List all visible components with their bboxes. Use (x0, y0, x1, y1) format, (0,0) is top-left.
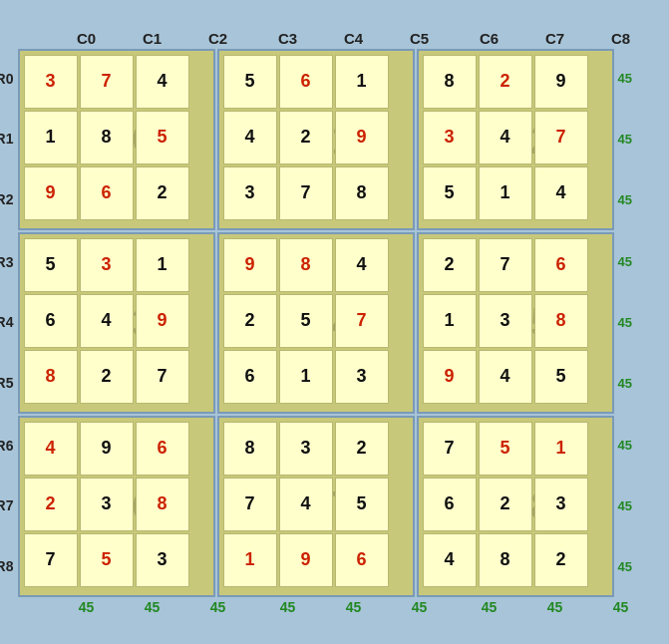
cell-Q4-4[interactable]: 5 (279, 294, 333, 348)
cell-Q6-1[interactable]: 9 (80, 422, 134, 476)
cell-Q0-7[interactable]: 6 (80, 166, 134, 220)
cell-Q5-7[interactable]: 4 (479, 350, 532, 404)
cell-Q7-0[interactable]: 8 (223, 422, 277, 476)
cell-Q4-3[interactable]: 2 (223, 294, 277, 348)
cell-Q2-0[interactable]: 8 (423, 55, 477, 109)
cell-Q3-2[interactable]: 1 (136, 238, 189, 292)
cell-Q5-5[interactable]: 8 (534, 294, 588, 348)
cell-Q2-5[interactable]: 7 (534, 111, 588, 164)
col-footer-6: 45 (463, 599, 516, 615)
cell-Q1-0[interactable]: 5 (223, 55, 277, 109)
cell-Q3-5[interactable]: 9 (136, 294, 189, 348)
col-header-C0: C0 (60, 30, 114, 47)
cell-Q5-1[interactable]: 7 (479, 238, 532, 292)
cell-Q0-2[interactable]: 4 (136, 55, 189, 109)
quadrant-Q4: Q4 984257613 (217, 232, 415, 414)
row-label-R5: R5 (0, 356, 18, 410)
cell-Q8-5[interactable]: 3 (534, 478, 588, 531)
cell-Q7-2[interactable]: 2 (335, 422, 389, 476)
cell-Q8-6[interactable]: 4 (423, 533, 477, 587)
col-footer-8: 45 (594, 599, 648, 615)
cell-Q3-6[interactable]: 8 (24, 350, 78, 404)
cell-Q2-7[interactable]: 1 (479, 166, 532, 220)
cell-Q1-1[interactable]: 6 (279, 55, 333, 109)
cell-Q4-6[interactable]: 6 (223, 350, 277, 404)
cell-Q0-1[interactable]: 7 (80, 55, 134, 109)
cell-Q8-8[interactable]: 2 (534, 533, 588, 587)
cell-Q1-3[interactable]: 4 (223, 111, 277, 164)
cell-Q3-0[interactable]: 5 (24, 238, 78, 292)
cell-Q3-7[interactable]: 2 (80, 350, 134, 404)
col-header-C2: C2 (191, 30, 245, 47)
cell-Q7-7[interactable]: 9 (279, 533, 333, 587)
cell-Q2-4[interactable]: 4 (479, 111, 532, 164)
cell-Q1-5[interactable]: 9 (335, 111, 389, 164)
col-footer-1: 45 (126, 599, 179, 615)
row-label-R7: R7 (0, 479, 18, 532)
cell-Q0-4[interactable]: 8 (80, 111, 134, 164)
cell-Q4-2[interactable]: 4 (335, 238, 389, 292)
quadrant-group-2: Q6 496238753 Q7 832745196 Q8 751623482 (18, 416, 614, 597)
cell-Q4-1[interactable]: 8 (279, 238, 333, 292)
cell-Q7-5[interactable]: 5 (335, 478, 389, 531)
cell-Q2-3[interactable]: 3 (423, 111, 477, 164)
cell-Q4-7[interactable]: 1 (279, 350, 333, 404)
cell-Q6-2[interactable]: 6 (136, 422, 189, 476)
cell-Q0-3[interactable]: 1 (24, 111, 78, 164)
cell-Q4-5[interactable]: 7 (335, 294, 389, 348)
col-footer-group-2: 454545 (457, 599, 654, 615)
cell-Q1-6[interactable]: 3 (223, 166, 277, 220)
cell-Q6-8[interactable]: 3 (136, 533, 189, 587)
cell-Q0-6[interactable]: 9 (24, 166, 78, 220)
cell-Q6-0[interactable]: 4 (24, 422, 78, 476)
cell-Q7-1[interactable]: 3 (279, 422, 333, 476)
cell-Q8-1[interactable]: 5 (479, 422, 532, 476)
cell-Q1-8[interactable]: 8 (335, 166, 389, 220)
col-header-C5: C5 (393, 30, 447, 47)
row-label-R0: R0 (0, 52, 18, 106)
cell-Q2-6[interactable]: 5 (423, 166, 477, 220)
cell-Q2-8[interactable]: 4 (534, 166, 588, 220)
cell-Q6-7[interactable]: 5 (80, 533, 134, 587)
cell-Q5-3[interactable]: 1 (423, 294, 477, 348)
quadrant-group-0: Q0 374185962 Q1 561429378 Q2 829347514 (18, 49, 614, 230)
col-header-C3: C3 (261, 30, 315, 47)
cell-Q8-3[interactable]: 6 (423, 478, 477, 531)
cell-Q6-6[interactable]: 7 (24, 533, 78, 587)
cell-Q7-4[interactable]: 4 (279, 478, 333, 531)
grid-body: R0R1R2 Q0 374185962 Q1 561429378 Q2 8293… (0, 49, 669, 597)
cell-Q3-4[interactable]: 4 (80, 294, 134, 348)
row-sums-band-1: 454545 (616, 232, 646, 414)
cell-Q3-1[interactable]: 3 (80, 238, 134, 292)
cell-Q4-8[interactable]: 3 (335, 350, 389, 404)
cell-Q8-0[interactable]: 7 (423, 422, 477, 476)
cell-Q6-3[interactable]: 2 (24, 478, 78, 531)
cell-Q8-7[interactable]: 8 (479, 533, 532, 587)
cell-Q7-3[interactable]: 7 (223, 478, 277, 531)
col-header-C4: C4 (327, 30, 381, 47)
cell-Q8-4[interactable]: 2 (479, 478, 532, 531)
cell-Q6-4[interactable]: 3 (80, 478, 134, 531)
cell-Q7-6[interactable]: 1 (223, 533, 277, 587)
cell-Q5-4[interactable]: 3 (479, 294, 532, 348)
cell-Q5-2[interactable]: 6 (534, 238, 588, 292)
row-sum-R8: 45 (616, 539, 646, 593)
cell-Q6-5[interactable]: 8 (136, 478, 189, 531)
cell-Q1-2[interactable]: 1 (335, 55, 389, 109)
cell-Q1-7[interactable]: 7 (279, 166, 333, 220)
cell-Q0-8[interactable]: 2 (136, 166, 189, 220)
cell-Q2-2[interactable]: 9 (534, 55, 588, 109)
cell-Q5-8[interactable]: 5 (534, 350, 588, 404)
cell-Q5-0[interactable]: 2 (423, 238, 477, 292)
row-label-R8: R8 (0, 539, 18, 593)
cell-Q2-1[interactable]: 2 (479, 55, 532, 109)
cell-Q8-2[interactable]: 1 (534, 422, 588, 476)
cell-Q0-5[interactable]: 5 (136, 111, 189, 164)
cell-Q3-3[interactable]: 6 (24, 294, 78, 348)
cell-Q1-4[interactable]: 2 (279, 111, 333, 164)
cell-Q3-8[interactable]: 7 (136, 350, 189, 404)
cell-Q7-8[interactable]: 6 (335, 533, 389, 587)
cell-Q0-0[interactable]: 3 (24, 55, 78, 109)
cell-Q4-0[interactable]: 9 (223, 238, 277, 292)
cell-Q5-6[interactable]: 9 (423, 350, 477, 404)
